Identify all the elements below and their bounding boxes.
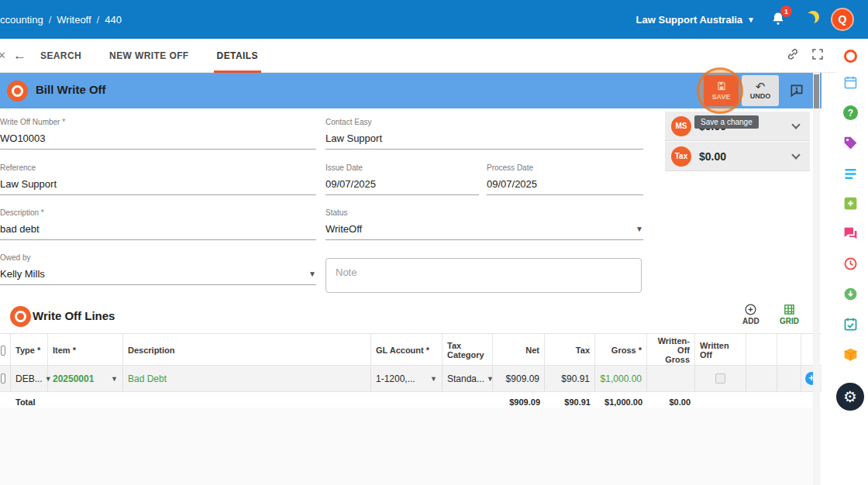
chat-icon[interactable] — [842, 225, 859, 242]
description-cell-value: Bad Debt — [128, 373, 167, 384]
write-off-lines-icon — [10, 306, 31, 327]
calendar-icon[interactable] — [842, 74, 859, 91]
description-cell[interactable]: Bad Debt — [123, 366, 371, 391]
dark-mode-toggle-moon-icon[interactable] — [803, 13, 815, 26]
breadcrumb-440[interactable]: 440 — [105, 14, 122, 26]
package-icon[interactable] — [842, 346, 859, 363]
org-name-label: Law Support Australia — [636, 14, 742, 26]
app-window: ccounting / Writeoff / 440 Law Support A… — [0, 0, 868, 485]
description-field[interactable]: Description * bad debt — [0, 208, 316, 240]
save-button[interactable]: SAVE — [704, 75, 739, 106]
undo-button[interactable]: ↶ UNDO — [742, 75, 779, 106]
note-input[interactable] — [326, 258, 642, 293]
select-all-checkbox[interactable] — [1, 346, 5, 356]
owed-by-value: Kelly Mills — [0, 268, 45, 280]
type-value: DEB... — [16, 373, 43, 384]
contact-easy-value: Law Support — [326, 132, 382, 144]
chevron-down-icon[interactable] — [791, 120, 800, 129]
write-off-number-label: Write Off Number * — [0, 118, 316, 126]
tab-search[interactable]: SEARCH — [37, 39, 84, 73]
header-blank-1 — [746, 334, 777, 366]
description-label: Description * — [0, 208, 316, 217]
header-select-all[interactable] — [0, 334, 11, 366]
description-value: bad debt — [0, 223, 40, 235]
chevron-down-icon: ▼ — [428, 375, 437, 383]
chevron-down-icon[interactable] — [791, 150, 800, 159]
close-icon[interactable]: ✕ — [0, 50, 7, 61]
chevron-down-icon: ▼ — [747, 15, 755, 24]
org-selector[interactable]: Law Support Australia ▼ — [636, 14, 755, 26]
tax-avatar: Tax — [671, 146, 691, 167]
gross-cell[interactable]: $1,000.00 — [595, 366, 647, 391]
breadcrumb-accounting[interactable]: ccounting — [0, 14, 43, 26]
row-checkbox[interactable] — [1, 373, 5, 384]
event-check-icon[interactable] — [842, 316, 859, 332]
vertical-scrollbar-thumb[interactable] — [814, 74, 819, 108]
write-off-lines-table: Type * Item * Description GL Account * T… — [0, 333, 822, 413]
header-written-off: Written Off — [695, 334, 746, 366]
write-off-record-icon — [7, 81, 28, 101]
help-icon[interactable]: ? — [842, 105, 859, 121]
contact-easy-label: Contact Easy — [326, 118, 643, 126]
fullscreen-icon[interactable] — [811, 47, 825, 64]
breadcrumb-separator: / — [49, 14, 52, 26]
history-clock-icon[interactable] — [842, 256, 859, 272]
vertical-scrollbar-track[interactable] — [813, 73, 820, 485]
write-off-lines-title: Write Off Lines — [33, 309, 115, 322]
tax-category-select[interactable]: Standa...▼ — [443, 366, 493, 391]
tab-details[interactable]: DETAILS — [214, 39, 261, 73]
record-header-band: Bill Write Off — [0, 73, 822, 108]
download-icon[interactable] — [842, 286, 859, 302]
written-off-checkbox — [715, 373, 725, 384]
write-off-number-field[interactable]: Write Off Number * WO10003 — [0, 118, 316, 150]
tax-amount: $0.00 — [699, 150, 726, 163]
save-floppy-icon — [716, 81, 727, 91]
grid-view-button[interactable]: GRID — [780, 303, 799, 325]
header-description: Description — [123, 334, 371, 366]
list-icon[interactable] — [842, 166, 859, 182]
gl-account-select[interactable]: 1-1200,...▼ — [371, 366, 443, 391]
summary-row-tax[interactable]: Tax $0.00 — [665, 142, 810, 171]
header-type: Type * — [11, 334, 48, 366]
chevron-down-icon: ▼ — [636, 225, 643, 233]
add-circle-icon — [744, 303, 757, 316]
type-select[interactable]: DEB...▼ — [11, 366, 48, 391]
net-cell[interactable]: $909.09 — [493, 366, 545, 391]
tag-icon[interactable] — [842, 135, 859, 151]
row-blank-2 — [777, 366, 801, 391]
breadcrumb-separator: / — [97, 14, 100, 26]
owed-by-select[interactable]: Owed by Kelly Mills ▼ — [0, 253, 316, 285]
breadcrumb-writeoff[interactable]: Writeoff — [57, 14, 91, 26]
header-item: Item * — [48, 334, 123, 366]
notifications-button[interactable]: 1 — [770, 11, 787, 28]
add-box-icon[interactable] — [842, 195, 859, 212]
tax-category-value: Standa... — [447, 373, 484, 384]
process-date-label: Process Date — [487, 163, 643, 172]
written-off-gross-cell — [647, 366, 695, 391]
settings-gear-icon[interactable]: ⚙ — [836, 383, 864, 411]
tab-toolbar: ✕ ← SEARCH NEW WRITE OFF DETAILS — [0, 39, 835, 73]
status-select[interactable]: Status WriteOff ▼ — [326, 208, 643, 240]
process-date-value: 09/07/2025 — [487, 178, 537, 190]
cx-logo-icon[interactable] — [842, 48, 859, 64]
user-avatar[interactable]: Q — [831, 8, 854, 31]
item-select[interactable]: 20250001▼ — [48, 366, 123, 391]
copy-link-icon[interactable] — [786, 47, 800, 64]
add-line-button[interactable]: ADD — [742, 303, 760, 325]
net-value: $909.09 — [506, 373, 539, 384]
feedback-bubble-icon[interactable] — [789, 83, 804, 98]
reference-value: Law Support — [0, 178, 57, 190]
header-gross: Gross * — [595, 334, 647, 366]
tab-new-write-off[interactable]: NEW WRITE OFF — [106, 39, 192, 73]
status-label: Status — [326, 208, 643, 217]
contact-easy-field[interactable]: Contact Easy Law Support — [326, 118, 643, 150]
tax-cell[interactable]: $90.91 — [545, 366, 595, 391]
reference-field[interactable]: Reference Law Support — [0, 163, 316, 195]
header-net: Net — [493, 334, 545, 366]
row-blank-1 — [746, 366, 777, 391]
grid-label: GRID — [780, 317, 799, 325]
row-select-cell[interactable] — [0, 366, 11, 391]
issue-date-field[interactable]: Issue Date 09/07/2025 — [326, 163, 479, 195]
process-date-field[interactable]: Process Date 09/07/2025 — [487, 163, 643, 195]
back-arrow-icon[interactable]: ← — [13, 48, 26, 64]
